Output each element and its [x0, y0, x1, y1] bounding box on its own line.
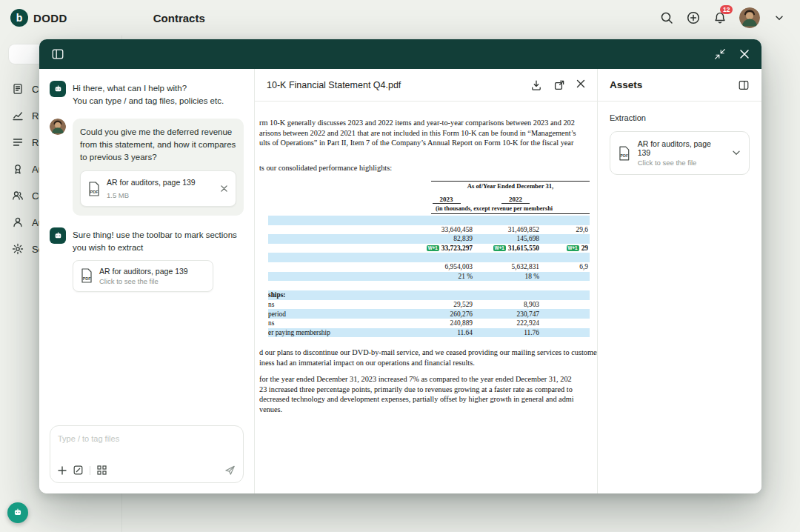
composer-divider [90, 466, 90, 475]
attach-plus-icon[interactable] [58, 466, 67, 475]
page-title: Contracts [153, 12, 205, 24]
bot-reply-text: Sure thing! use the toolbar to mark sect… [73, 227, 244, 253]
table-spacer [268, 281, 590, 290]
assistant-modal: Hi there, what can I help with? You can … [39, 39, 761, 493]
extraction-marker[interactable]: W+1 [427, 245, 439, 251]
table-row: er paying membership11.6411.76 [268, 328, 590, 338]
gear-icon [12, 243, 24, 255]
send-icon[interactable] [224, 465, 236, 476]
financial-table: As of/Year Ended December 31, 2023 2022 … [268, 181, 590, 337]
chat-panel: Hi there, what can I help with? You can … [39, 69, 255, 493]
table-row-totals: W+133,723,297 W+131,615,550 W+129 [268, 244, 590, 253]
avatar-chevron-down-icon[interactable] [772, 10, 787, 25]
table-row: 33,640,45831,469,85229,6 [268, 225, 590, 235]
contract-doc-icon [12, 83, 24, 95]
line-chart-icon [12, 110, 24, 122]
pdf-text-line: for the year ended December 31, 2023 inc… [259, 374, 597, 385]
pdf-text-line: venues. [259, 405, 597, 415]
brand-icon: b [10, 9, 28, 27]
pdf-text-line: ts our consolidated performance highligh… [259, 163, 597, 173]
edit-note-icon[interactable] [73, 465, 83, 475]
user-avatar-topbar[interactable] [739, 7, 760, 28]
table-units-note: (in thousands, except revenue per member… [268, 205, 590, 213]
brand-name: DODD [33, 12, 67, 24]
pdf-filename: 10-K Financial Statement Q4.pdf [267, 80, 401, 90]
table-row: 6,954,0035,632,8316,9 [268, 262, 590, 272]
attachment-name: AR for auditors, page 139 [99, 267, 188, 276]
greeting-line2: You can type / and tag files, policies e… [73, 95, 224, 107]
chevron-down-icon[interactable] [731, 149, 741, 157]
extraction-section-label: Extraction [610, 113, 750, 122]
bot-avatar-icon [50, 81, 66, 97]
attachment-name: AR for auditors, page 139 [107, 177, 196, 188]
ribbon-icon [12, 163, 24, 175]
download-icon[interactable] [530, 79, 542, 91]
extraction-asset-card[interactable]: PDF AR for auditors, page 139 Click to s… [610, 131, 750, 175]
svg-text:PDF: PDF [620, 153, 629, 158]
person-icon [12, 216, 24, 228]
user-attachment-card[interactable]: PDF AR for auditors, page 139 1.5 MB [80, 170, 236, 207]
extraction-marker[interactable]: W+1 [493, 245, 506, 251]
pdf-text-line: decreased technology and development exp… [259, 394, 597, 405]
composer[interactable]: Type / to tag files [50, 425, 244, 483]
notifications-bell-icon[interactable]: 12 [713, 10, 727, 25]
table-caption: As of/Year Ended December 31, [431, 181, 590, 190]
table-section-row: ships: [268, 290, 590, 300]
asset-name: AR for auditors, page 139 [638, 139, 724, 157]
close-icon[interactable] [739, 49, 750, 59]
bot-message-reply: Sure thing! use the toolbar to mark sect… [50, 227, 244, 253]
table-row: period260,276230,747 [268, 309, 590, 319]
panel-layout-icon[interactable] [738, 79, 750, 91]
pdf-icon: PDF [87, 182, 101, 196]
table-header-row: 2023 2022 [268, 190, 590, 205]
attachment-size: 1.5 MB [107, 190, 196, 201]
close-pdf-icon[interactable] [576, 79, 585, 91]
table-row: 21 %18 % [268, 272, 590, 282]
brand-logo[interactable]: b DODD [10, 9, 67, 27]
notification-badge: 12 [720, 5, 733, 14]
extraction-marker[interactable]: W+1 [567, 245, 579, 251]
bot-avatar-icon [50, 227, 66, 244]
pdf-icon: PDF [618, 146, 631, 161]
user-avatar-chat [50, 119, 66, 135]
pdf-text-line: iness had an immaterial impact on our op… [259, 358, 597, 368]
table-row: ns29,5298,903 [268, 300, 590, 310]
remove-attachment-icon[interactable] [219, 184, 229, 193]
user-message-text: Could you give me the deferred revenue f… [80, 126, 236, 163]
pdf-page: rm 10-K generally discusses 2023 and 202… [255, 102, 597, 493]
assistant-fab-button[interactable] [7, 502, 28, 523]
table-row: ns240,889222,924 [268, 319, 590, 328]
table-row: 82,839145,698 [268, 234, 590, 244]
table-row [268, 253, 590, 262]
open-external-icon[interactable] [553, 79, 565, 91]
bot-message-greeting: Hi there, what can I help with? You can … [50, 81, 244, 107]
pdf-text-line: ults of Operations” in Part II, Item 7 o… [259, 138, 597, 148]
composer-input[interactable]: Type / to tag files [58, 434, 236, 443]
svg-text:PDF: PDF [82, 276, 91, 281]
modal-header [39, 39, 761, 69]
collapse-icon[interactable] [714, 48, 726, 60]
pdf-viewer: 10-K Financial Statement Q4.pdf rm 10-K … [255, 69, 598, 493]
list-icon [12, 136, 24, 148]
user-message-bubble: Could you give me the deferred revenue f… [73, 119, 244, 216]
pdf-text-line: arisons between 2022 and 2021 that are n… [259, 128, 597, 139]
bot-attachment-wrap: PDF AR for auditors, page 139 Click to s… [73, 260, 213, 292]
assets-title: Assets [610, 79, 642, 90]
table-rule [431, 213, 590, 214]
assets-panel: Assets Extraction PDF AR for auditors, p… [598, 69, 761, 493]
bot-attachment-card[interactable]: PDF AR for auditors, page 139 Click to s… [73, 260, 213, 292]
search-icon[interactable] [659, 10, 674, 25]
pdf-icon: PDF [80, 268, 93, 283]
column-2022: 2022 [501, 196, 530, 204]
attachment-hint: Click to see the file [99, 277, 188, 285]
pdf-text-line: rm 10-K generally discusses 2023 and 202… [259, 118, 597, 128]
greeting-line1: Hi there, what can I help with? [73, 82, 224, 95]
user-message: Could you give me the deferred revenue f… [50, 119, 244, 216]
pdf-header: 10-K Financial Statement Q4.pdf [255, 69, 597, 102]
people-icon [12, 190, 24, 202]
add-icon[interactable] [686, 10, 701, 25]
topbar: b DODD Contracts 12 [0, 0, 800, 36]
svg-text:PDF: PDF [90, 189, 99, 193]
sidebar-toggle-icon[interactable] [51, 47, 64, 61]
scan-grid-icon[interactable] [97, 465, 107, 475]
